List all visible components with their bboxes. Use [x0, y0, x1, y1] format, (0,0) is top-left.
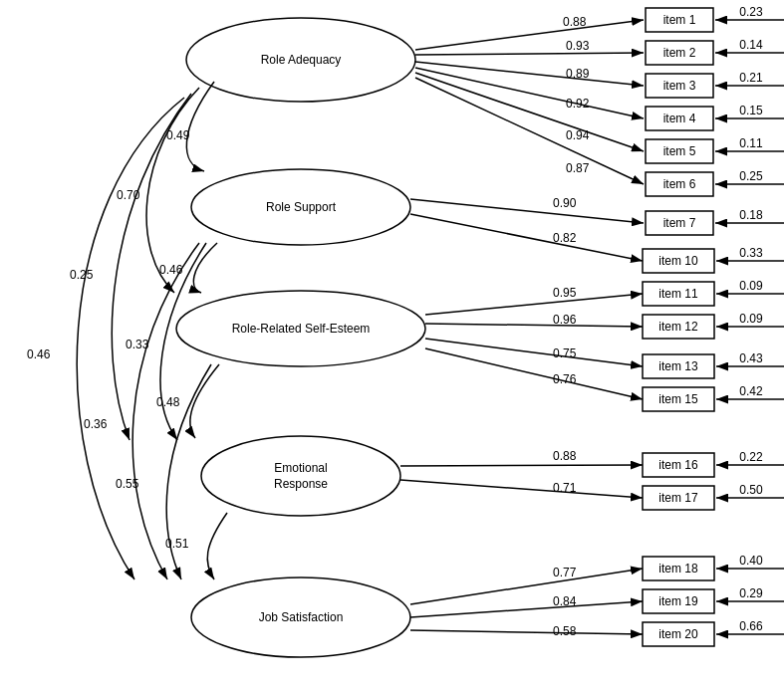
item17-label: item 17	[658, 491, 698, 505]
emotional-response-label1: Emotional	[274, 461, 327, 475]
item12-label: item 12	[658, 320, 698, 334]
item10-label: item 10	[658, 254, 698, 268]
error-val-item18: 0.40	[739, 554, 763, 568]
coeff-val-er-js: 0.51	[165, 537, 189, 551]
item7-label: item 7	[663, 216, 696, 230]
loading-ra-item3: 0.89	[566, 67, 590, 81]
item16-label: item 16	[658, 458, 698, 472]
loading-rse-item11: 0.95	[553, 286, 577, 300]
coeff-val-rs-js: 0.36	[84, 417, 108, 431]
error-val-item13: 0.43	[739, 351, 763, 365]
error-val-item4: 0.15	[739, 104, 763, 117]
item15-label: item 15	[658, 392, 698, 406]
error-val-item3: 0.21	[739, 71, 763, 85]
path-ra-item1	[415, 20, 644, 50]
error-val-item1: 0.23	[739, 5, 763, 19]
coeff-rs-js	[132, 243, 199, 579]
job-satisfaction-label: Job Satisfaction	[259, 610, 344, 624]
loading-er-item16: 0.88	[553, 449, 577, 463]
loading-js-item19: 0.84	[553, 594, 577, 608]
item3-label: item 3	[663, 79, 696, 93]
loading-ra-item1: 0.88	[563, 15, 587, 29]
item5-label: item 5	[663, 144, 696, 158]
error-val-item19: 0.29	[739, 586, 763, 600]
role-adequacy-label: Role Adequacy	[261, 53, 342, 67]
loading-rs-item10: 0.82	[553, 231, 577, 245]
item20-label: item 20	[658, 627, 698, 641]
item19-label: item 19	[658, 594, 698, 608]
loading-js-item20: 0.58	[553, 624, 577, 638]
loading-ra-item6: 0.87	[566, 161, 590, 175]
error-val-item5: 0.11	[739, 136, 763, 150]
emotional-response-ellipse	[201, 436, 400, 516]
coeff-rs-rse	[193, 243, 217, 293]
loading-ra-item5: 0.94	[566, 128, 590, 142]
error-val-item15: 0.42	[739, 384, 763, 398]
loading-js-item18: 0.77	[553, 566, 577, 579]
coeff-val-rs-rse: 0.46	[159, 263, 183, 277]
error-val-item7: 0.18	[739, 208, 763, 222]
role-self-esteem-label: Role-Related Self-Esteem	[232, 322, 371, 336]
coeff-val-rse-js: 0.55	[116, 477, 139, 491]
error-val-item2: 0.14	[739, 38, 763, 52]
loading-rs-item7: 0.90	[553, 196, 577, 210]
path-rse-item13	[425, 339, 643, 366]
error-val-item12: 0.09	[739, 312, 763, 326]
error-val-item11: 0.09	[739, 279, 763, 293]
error-val-item20: 0.66	[739, 619, 763, 633]
path-er-item16	[400, 465, 643, 466]
item13-label: item 13	[658, 359, 698, 373]
error-val-item17: 0.50	[739, 483, 763, 497]
path-rse-item11	[425, 294, 643, 315]
item6-label: item 6	[663, 177, 696, 191]
path-js-item19	[410, 601, 643, 617]
coeff-val-rse-er: 0.48	[156, 395, 180, 409]
item11-label: item 11	[658, 287, 698, 301]
path-ra-item3	[415, 62, 644, 86]
path-rse-item15	[425, 348, 643, 399]
emotional-response-label2: Response	[274, 477, 328, 491]
path-er-item17	[400, 480, 643, 498]
coeff-er-js	[207, 513, 227, 579]
loading-er-item17: 0.71	[553, 481, 577, 495]
item4-label: item 4	[663, 112, 696, 125]
loading-ra-item2: 0.93	[566, 39, 590, 53]
coeff-val-ra-js: 0.46	[27, 347, 51, 361]
path-js-item18	[410, 569, 643, 604]
item2-label: item 2	[663, 46, 696, 60]
path-rs-item10	[410, 214, 643, 261]
coeff-val-ra-rs: 0.49	[166, 128, 190, 142]
item18-label: item 18	[658, 562, 698, 576]
item1-label: item 1	[663, 13, 696, 27]
path-ra-item5	[415, 73, 644, 151]
loading-rse-item13: 0.75	[553, 346, 577, 360]
loading-ra-item4: 0.92	[566, 97, 590, 111]
error-val-item16: 0.22	[739, 450, 763, 464]
role-support-label: Role Support	[266, 200, 337, 214]
error-val-item10: 0.33	[739, 246, 763, 260]
path-js-item20	[410, 630, 643, 634]
path-rs-item7	[410, 199, 644, 223]
path-rse-item12	[425, 324, 643, 327]
path-ra-item2	[415, 53, 644, 55]
error-val-item6: 0.25	[739, 169, 763, 183]
loading-rse-item15: 0.76	[553, 372, 577, 386]
loading-rse-item12: 0.96	[553, 313, 577, 327]
coeff-val-ra-er: 0.25	[70, 268, 94, 282]
